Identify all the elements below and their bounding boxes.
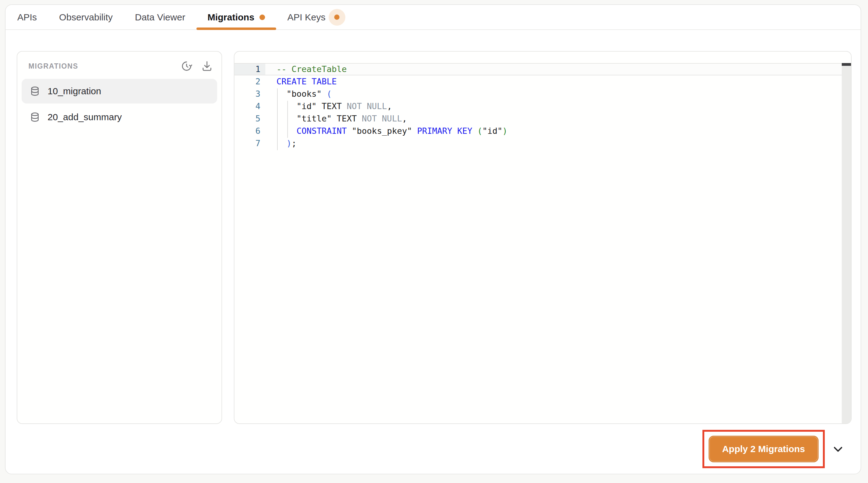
line-number: 5 bbox=[235, 113, 265, 125]
code-line[interactable]: 1-- CreateTable bbox=[235, 63, 851, 76]
editor-scrollbar-track[interactable] bbox=[842, 63, 851, 423]
migration-list: 10_migration 20_add_summary bbox=[17, 77, 221, 131]
notification-dot-halo bbox=[329, 9, 345, 26]
tab-label: APIs bbox=[17, 12, 37, 23]
sql-editor[interactable]: 1-- CreateTable2CREATE TABLE3 "books" (4… bbox=[234, 51, 851, 424]
token-keyword: CREATE TABLE bbox=[276, 77, 337, 86]
code-line[interactable]: 5 "title" TEXT NOT NULL, bbox=[235, 113, 851, 125]
token-default: "books_pkey" bbox=[347, 126, 417, 135]
token-default: "id" bbox=[483, 126, 503, 135]
token-default bbox=[276, 126, 297, 135]
token-bracket-blue: ( bbox=[327, 89, 332, 98]
migrations-sidebar: MIGRATIONS 10_migration 20_add_summary bbox=[17, 51, 222, 424]
download-button[interactable] bbox=[201, 60, 213, 72]
tab-migrations[interactable]: Migrations bbox=[196, 5, 276, 29]
line-number: 6 bbox=[235, 125, 265, 137]
token-default bbox=[276, 139, 287, 148]
token-muted: NOT NULL bbox=[347, 101, 387, 111]
download-icon bbox=[201, 60, 213, 72]
app-card: APIsObservabilityData ViewerMigrationsAP… bbox=[5, 4, 861, 474]
database-icon bbox=[30, 112, 40, 122]
code-text: CREATE TABLE bbox=[265, 76, 337, 88]
migration-item-label: 10_migration bbox=[48, 86, 101, 96]
history-button[interactable] bbox=[181, 60, 192, 72]
tab-apis[interactable]: APIs bbox=[6, 5, 48, 29]
history-icon bbox=[181, 60, 192, 72]
code-line[interactable]: 7 ); bbox=[235, 137, 851, 150]
code-area[interactable]: 1-- CreateTable2CREATE TABLE3 "books" (4… bbox=[235, 52, 851, 423]
tab-bar: APIsObservabilityData ViewerMigrationsAP… bbox=[6, 5, 861, 30]
token-comment: -- CreateTable bbox=[276, 64, 347, 74]
tab-api-keys[interactable]: API Keys bbox=[276, 5, 356, 29]
token-bracket-green: ( bbox=[477, 126, 482, 135]
token-muted: NOT NULL bbox=[362, 114, 402, 123]
annotation-highlight-box: Apply 2 Migrations bbox=[703, 430, 825, 468]
token-default bbox=[472, 126, 477, 135]
tab-label: Observability bbox=[59, 12, 113, 23]
database-icon bbox=[30, 86, 40, 96]
code-text: "title" TEXT NOT NULL, bbox=[265, 113, 407, 125]
code-text: CONSTRAINT "books_pkey" PRIMARY KEY ("id… bbox=[265, 125, 507, 137]
notification-dot bbox=[334, 14, 339, 20]
token-default: , bbox=[402, 114, 407, 123]
code-text: -- CreateTable bbox=[265, 64, 347, 75]
token-default: , bbox=[387, 101, 392, 111]
indent-guide bbox=[287, 101, 288, 138]
indent-guide bbox=[277, 88, 278, 150]
footer-bar: Apply 2 Migrations bbox=[6, 424, 861, 474]
notification-dot bbox=[259, 14, 265, 20]
apply-options-button[interactable] bbox=[829, 440, 847, 458]
sidebar-actions bbox=[181, 60, 213, 72]
tab-data-viewer[interactable]: Data Viewer bbox=[124, 5, 196, 29]
tab-observability[interactable]: Observability bbox=[48, 5, 124, 29]
line-number: 7 bbox=[235, 137, 265, 150]
line-number: 4 bbox=[235, 100, 265, 113]
token-default: "books" bbox=[276, 89, 327, 98]
line-number: 3 bbox=[235, 88, 265, 100]
line-number: 2 bbox=[235, 76, 265, 88]
migration-item-10-migration[interactable]: 10_migration bbox=[22, 79, 217, 103]
code-line[interactable]: 3 "books" ( bbox=[235, 88, 851, 100]
token-default: ; bbox=[291, 139, 297, 148]
tab-label: API Keys bbox=[287, 12, 325, 23]
apply-migrations-button[interactable]: Apply 2 Migrations bbox=[709, 436, 818, 462]
code-line[interactable]: 6 CONSTRAINT "books_pkey" PRIMARY KEY ("… bbox=[235, 125, 851, 137]
tab-label: Migrations bbox=[208, 12, 254, 23]
content-area: MIGRATIONS 10_migration 20_add_summary 1… bbox=[6, 30, 861, 424]
token-default: "title" TEXT bbox=[276, 114, 362, 123]
tab-label: Data Viewer bbox=[135, 12, 185, 23]
migration-item-label: 20_add_summary bbox=[48, 112, 122, 122]
editor-scrollbar-thumb[interactable] bbox=[842, 63, 851, 66]
sidebar-header: MIGRATIONS bbox=[17, 52, 221, 77]
token-bracket-green: ) bbox=[503, 126, 507, 135]
line-number: 1 bbox=[235, 64, 265, 75]
token-bracket-blue: ) bbox=[287, 139, 291, 148]
code-text: "id" TEXT NOT NULL, bbox=[265, 100, 392, 113]
token-keyword: CONSTRAINT bbox=[297, 126, 347, 135]
chevron-down-icon bbox=[831, 442, 845, 456]
token-keyword: PRIMARY KEY bbox=[417, 126, 472, 135]
sidebar-title: MIGRATIONS bbox=[28, 62, 78, 70]
migration-item-20-add-summary[interactable]: 20_add_summary bbox=[22, 105, 217, 129]
code-line[interactable]: 4 "id" TEXT NOT NULL, bbox=[235, 100, 851, 113]
code-text: ); bbox=[265, 137, 297, 150]
code-text: "books" ( bbox=[265, 88, 332, 100]
code-line[interactable]: 2CREATE TABLE bbox=[235, 76, 851, 88]
